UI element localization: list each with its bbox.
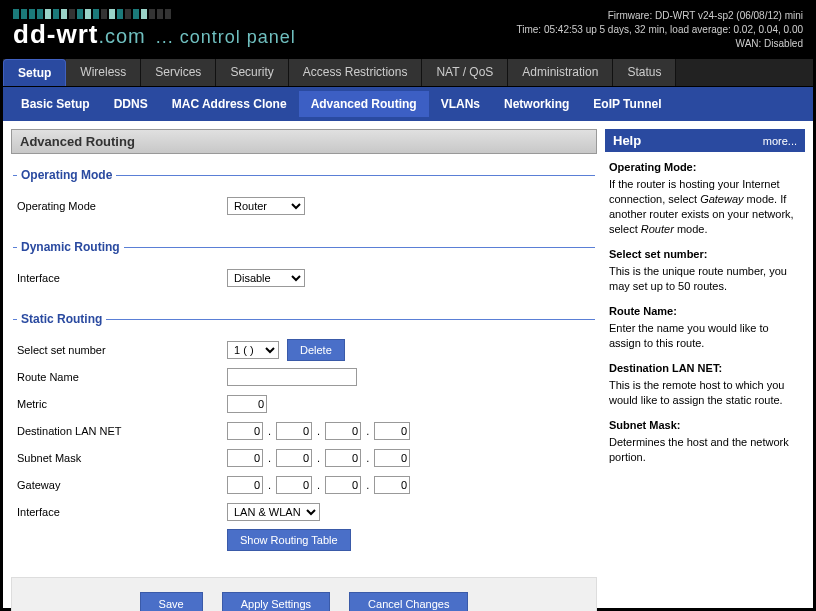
mask-label: Subnet Mask bbox=[17, 452, 227, 464]
subnav-advanced-routing[interactable]: Advanced Routing bbox=[299, 91, 429, 117]
dest-octet-1[interactable] bbox=[227, 422, 263, 440]
subnav-mac-clone[interactable]: MAC Address Clone bbox=[160, 91, 299, 117]
nav-status[interactable]: Status bbox=[613, 59, 676, 86]
gw-octet-1[interactable] bbox=[227, 476, 263, 494]
static-iface-select[interactable]: LAN & WLAN bbox=[227, 503, 320, 521]
header: dd-wrt.com ... control panel Firmware: D… bbox=[3, 3, 813, 59]
dest-octet-2[interactable] bbox=[276, 422, 312, 440]
delete-button[interactable]: Delete bbox=[287, 339, 345, 361]
nav-security[interactable]: Security bbox=[216, 59, 288, 86]
operating-mode-select[interactable]: Router bbox=[227, 197, 305, 215]
gw-octet-2[interactable] bbox=[276, 476, 312, 494]
subnav-eoip-tunnel[interactable]: EoIP Tunnel bbox=[581, 91, 673, 117]
metric-label: Metric bbox=[17, 398, 227, 410]
dynamic-routing-section: Dynamic Routing Interface Disable bbox=[13, 240, 595, 298]
dest-octet-4[interactable] bbox=[374, 422, 410, 440]
subnav-ddns[interactable]: DDNS bbox=[102, 91, 160, 117]
main-nav: Setup Wireless Services Security Access … bbox=[3, 59, 813, 87]
wan-text: WAN: Disabled bbox=[517, 37, 803, 51]
logo-text: dd-wrt bbox=[13, 19, 98, 49]
help-term: Route Name: bbox=[609, 304, 801, 319]
mask-octet-3[interactable] bbox=[325, 449, 361, 467]
dynamic-routing-legend: Dynamic Routing bbox=[17, 240, 124, 254]
dest-octet-3[interactable] bbox=[325, 422, 361, 440]
static-iface-label: Interface bbox=[17, 506, 227, 518]
mask-octet-2[interactable] bbox=[276, 449, 312, 467]
header-status: Firmware: DD-WRT v24-sp2 (06/08/12) mini… bbox=[517, 9, 803, 51]
apply-button[interactable]: Apply Settings bbox=[222, 592, 330, 611]
help-term: Destination LAN NET: bbox=[609, 361, 801, 376]
action-bar: Save Apply Settings Cancel Changes bbox=[11, 577, 597, 611]
nav-access-restrictions[interactable]: Access Restrictions bbox=[289, 59, 423, 86]
logo-com: .com bbox=[98, 25, 145, 47]
help-desc: Determines the host and the network port… bbox=[609, 435, 801, 465]
dynroute-interface-label: Interface bbox=[17, 272, 227, 284]
help-title: Help bbox=[613, 133, 641, 148]
mask-octet-4[interactable] bbox=[374, 449, 410, 467]
cancel-button[interactable]: Cancel Changes bbox=[349, 592, 468, 611]
help-desc: If the router is hosting your Internet c… bbox=[609, 177, 801, 237]
nav-setup[interactable]: Setup bbox=[3, 59, 66, 86]
subnav-vlans[interactable]: VLANs bbox=[429, 91, 492, 117]
nav-nat-qos[interactable]: NAT / QoS bbox=[422, 59, 508, 86]
gw-octet-3[interactable] bbox=[325, 476, 361, 494]
help-desc: Enter the name you would like to assign … bbox=[609, 321, 801, 351]
operating-mode-section: Operating Mode Operating Mode Router bbox=[13, 168, 595, 226]
help-term: Subnet Mask: bbox=[609, 418, 801, 433]
nav-administration[interactable]: Administration bbox=[508, 59, 613, 86]
gateway-label: Gateway bbox=[17, 479, 227, 491]
help-body: Operating Mode:If the router is hosting … bbox=[605, 152, 805, 479]
save-button[interactable]: Save bbox=[140, 592, 203, 611]
sub-nav: Basic Setup DDNS MAC Address Clone Advan… bbox=[3, 87, 813, 121]
help-more-link[interactable]: more... bbox=[763, 135, 797, 147]
operating-mode-legend: Operating Mode bbox=[17, 168, 116, 182]
operating-mode-label: Operating Mode bbox=[17, 200, 227, 212]
firmware-text: Firmware: DD-WRT v24-sp2 (06/08/12) mini bbox=[517, 9, 803, 23]
subnav-networking[interactable]: Networking bbox=[492, 91, 581, 117]
help-term: Select set number: bbox=[609, 247, 801, 262]
help-desc: This is the remote host to which you wou… bbox=[609, 378, 801, 408]
show-routing-table-button[interactable]: Show Routing Table bbox=[227, 529, 351, 551]
routename-label: Route Name bbox=[17, 371, 227, 383]
help-term: Operating Mode: bbox=[609, 160, 801, 175]
nav-services[interactable]: Services bbox=[141, 59, 216, 86]
time-text: Time: 05:42:53 up 5 days, 32 min, load a… bbox=[517, 23, 803, 37]
help-desc: This is the unique route number, you may… bbox=[609, 264, 801, 294]
gw-octet-4[interactable] bbox=[374, 476, 410, 494]
page-title: Advanced Routing bbox=[11, 129, 597, 154]
mask-octet-1[interactable] bbox=[227, 449, 263, 467]
setnum-select[interactable]: 1 ( ) bbox=[227, 341, 279, 359]
static-routing-section: Static Routing Select set number 1 ( ) D… bbox=[13, 312, 595, 555]
dynroute-interface-select[interactable]: Disable bbox=[227, 269, 305, 287]
dest-label: Destination LAN NET bbox=[17, 425, 227, 437]
logo-subtitle: ... control panel bbox=[156, 27, 296, 48]
nav-wireless[interactable]: Wireless bbox=[66, 59, 141, 86]
routename-input[interactable] bbox=[227, 368, 357, 386]
setnum-label: Select set number bbox=[17, 344, 227, 356]
help-title-bar: Help more... bbox=[605, 129, 805, 152]
metric-input[interactable] bbox=[227, 395, 267, 413]
subnav-basic-setup[interactable]: Basic Setup bbox=[9, 91, 102, 117]
static-routing-legend: Static Routing bbox=[17, 312, 106, 326]
